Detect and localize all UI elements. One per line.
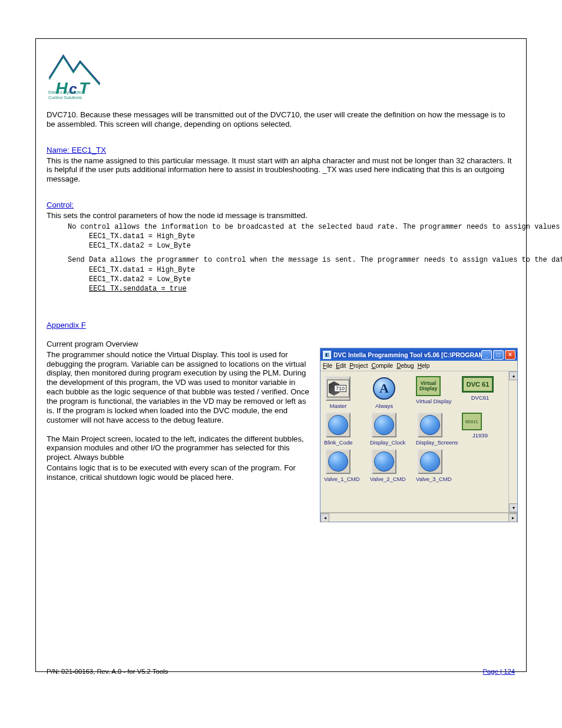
maximize-button[interactable]: □ bbox=[493, 350, 504, 360]
node-valve-2[interactable]: Valve_2_CMD bbox=[370, 449, 398, 482]
node-master[interactable]: 710 Master bbox=[324, 376, 352, 409]
titlebar[interactable]: ◧ DVC Intella Programming Tool v5.06 [C:… bbox=[320, 348, 517, 361]
minimize-button[interactable]: _ bbox=[481, 350, 492, 360]
section3-subhead: Current program Overview bbox=[47, 340, 312, 349]
code-block-1: No control allows the information to be … bbox=[47, 222, 518, 294]
code1b: EEC1_TX.data1 = High_Byte bbox=[47, 232, 518, 241]
logo-line2: Control Solutions bbox=[48, 95, 82, 100]
section1-title: Name: EEC1_TX bbox=[47, 146, 106, 154]
app-icon: ◧ bbox=[323, 351, 331, 359]
section1-body: This is the name assigned to this partic… bbox=[47, 156, 515, 185]
node-j1939[interactable]: J1939 J1939 bbox=[462, 413, 498, 439]
window-title: DVC Intella Programming Tool v5.06 [C:\P… bbox=[333, 351, 481, 358]
menu-compile[interactable]: Compile bbox=[371, 363, 393, 369]
bubble-icon bbox=[374, 452, 394, 472]
node-display-screens[interactable]: Display_Screens bbox=[416, 413, 444, 446]
label-dvc61: DVC61 bbox=[462, 394, 498, 401]
label-valve-3: Valve_3_CMD bbox=[416, 476, 444, 482]
bubble-icon bbox=[328, 415, 348, 435]
label-blink-code: Blink_Code bbox=[324, 439, 352, 446]
section2-title: Control: bbox=[47, 200, 74, 209]
always-icon: A bbox=[373, 377, 395, 400]
label-j1939: J1939 bbox=[462, 432, 498, 439]
node-valve-1[interactable]: Valve_1_CMD bbox=[324, 449, 352, 482]
label-master: Master bbox=[324, 403, 352, 409]
intro-para: DVC710. Because these messages will be t… bbox=[47, 110, 515, 129]
j1939-icon: J1939 bbox=[462, 413, 482, 430]
bubble-icon bbox=[420, 415, 440, 435]
dvc61-icon: DVC 61 bbox=[462, 376, 494, 393]
logo-tagline: Electro-Hydraulic Control Solutions bbox=[48, 90, 82, 100]
section1-head: Name: EEC1_TX bbox=[47, 146, 518, 155]
scroll-down-button[interactable]: ▾ bbox=[509, 503, 517, 512]
code2b: EEC1_TX.data1 = High_Byte bbox=[47, 265, 518, 275]
code2d: EEC1_TX.senddata = true bbox=[47, 284, 518, 294]
bubble-icon bbox=[374, 415, 394, 435]
code1c: EEC1_TX.data2 = Low_Byte bbox=[47, 241, 518, 251]
code2a: Send Data allows the programmer to contr… bbox=[47, 255, 512, 265]
section3-title: Appendix F bbox=[47, 321, 86, 330]
code2c: EEC1_TX.data2 = Low_Byte bbox=[47, 275, 518, 284]
section3-head: Appendix F bbox=[47, 321, 518, 330]
node-always[interactable]: A Always bbox=[370, 376, 398, 409]
section2-p1: This sets the control parameters of how … bbox=[47, 211, 515, 220]
node-display-clock[interactable]: Display_Clock bbox=[370, 413, 398, 446]
label-always: Always bbox=[370, 403, 398, 409]
chip-710-icon: 710 bbox=[327, 380, 349, 397]
close-button[interactable]: × bbox=[505, 350, 515, 360]
node-blink-code[interactable]: Blink_Code bbox=[324, 413, 352, 446]
scroll-right-button[interactable]: ▸ bbox=[508, 513, 517, 522]
virtual-display-icon: VirtualDisplay bbox=[416, 376, 441, 396]
bubble-icon bbox=[420, 452, 440, 472]
label-valve-2: Valve_2_CMD bbox=[370, 476, 398, 482]
dvc-programming-tool-window: ◧ DVC Intella Programming Tool v5.06 [C:… bbox=[320, 348, 518, 522]
logo-line1: Electro-Hydraulic bbox=[48, 90, 82, 95]
section3-p1: The programmer should notice the Virtual… bbox=[47, 350, 312, 425]
footer-part-number: P/N: 021-00163, Rev. A.0 - for V5.2 Tool… bbox=[47, 668, 168, 675]
label-display-screens: Display_Screens bbox=[416, 439, 444, 446]
label-display-clock: Display_Clock bbox=[370, 439, 398, 446]
vertical-scrollbar[interactable]: ▴ ▾ bbox=[508, 371, 517, 512]
scroll-up-button[interactable]: ▴ bbox=[509, 371, 517, 380]
menu-edit[interactable]: Edit bbox=[336, 363, 346, 369]
code1a: No control allows the information to be … bbox=[47, 222, 512, 232]
node-valve-3[interactable]: Valve_3_CMD bbox=[416, 449, 444, 482]
canvas-area[interactable]: 710 Master A Always VirtualDisplay Virtu… bbox=[320, 371, 517, 513]
bubble-icon bbox=[328, 452, 348, 472]
section3-p2: The Main Project screen, located to the … bbox=[47, 434, 312, 463]
footer-page-number: Page | 124 bbox=[483, 668, 515, 675]
menu-help[interactable]: Help bbox=[418, 363, 430, 369]
node-virtual-display[interactable]: VirtualDisplay Virtual Display bbox=[416, 376, 444, 404]
horizontal-scrollbar[interactable]: ◂ ▸ bbox=[320, 513, 517, 522]
menu-project[interactable]: Project bbox=[349, 363, 368, 369]
menubar: File Edit Project Compile Debug Help bbox=[320, 361, 517, 371]
menu-debug[interactable]: Debug bbox=[396, 363, 414, 369]
label-virtual-display: Virtual Display bbox=[416, 398, 444, 404]
menu-file[interactable]: File bbox=[323, 363, 332, 369]
section3-p3: Contains logic that is to be executed wi… bbox=[47, 463, 312, 482]
label-valve-1: Valve_1_CMD bbox=[324, 476, 352, 482]
section2-head: Control: bbox=[47, 200, 518, 210]
node-dvc61[interactable]: DVC 61 DVC61 bbox=[462, 376, 498, 401]
scroll-left-button[interactable]: ◂ bbox=[320, 513, 329, 522]
